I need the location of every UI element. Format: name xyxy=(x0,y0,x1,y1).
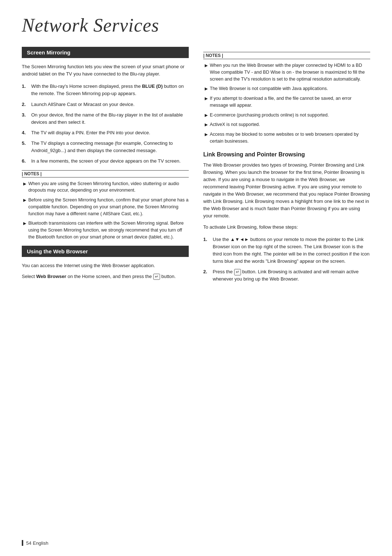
right-note-3: ▶ If you attempt to download a file, and… xyxy=(203,95,370,109)
page-footer: 54 English xyxy=(22,540,48,546)
right-notes-box: | NOTES | ▶ When you run the Web Browser… xyxy=(203,52,370,145)
step-6-num: 6. xyxy=(22,158,28,165)
link-browsing-title: Link Browsing and Pointer Browsing xyxy=(203,151,370,158)
right-note-4: ▶ E-commerce (purchasing products online… xyxy=(203,112,370,119)
web-browser-header: Using the Web Browser xyxy=(22,246,189,257)
web-browser-body: You can access the Internet using the We… xyxy=(22,262,189,280)
link-browsing-steps: 1. Use the ▲▼◄► buttons on your remote t… xyxy=(203,236,370,283)
screen-mirroring-notes-list: ▶ When you are using the Screen Mirrorin… xyxy=(22,180,189,241)
link-step-1-num: 1. xyxy=(203,236,210,265)
right-bullet-3: ▶ xyxy=(205,95,208,109)
note-item-3: ▶ Bluetooth transmissions can interfere … xyxy=(22,220,189,240)
screen-mirroring-notes: | NOTES | ▶ When you are using the Scree… xyxy=(22,170,189,241)
right-note-5: ▶ ActiveX is not supported. xyxy=(203,121,370,128)
step-3-text: On your device, find the name of the Blu… xyxy=(31,111,189,126)
note-item-2: ▶ Before using the Screen Mirroring func… xyxy=(22,197,189,217)
right-note-2: ▶ The Web Browser is not compatible with… xyxy=(203,85,370,92)
right-bullet-5: ▶ xyxy=(205,122,208,128)
step-4: 4. The TV will display a PIN. Enter the … xyxy=(22,129,189,136)
footer-bar xyxy=(22,540,23,546)
left-column: Screen Mirroring The Screen Mirroring fu… xyxy=(22,47,189,288)
note-item-1: ▶ When you are using the Screen Mirrorin… xyxy=(22,180,189,194)
enter-icon-1: ↵ xyxy=(153,274,160,280)
link-step-1-text: Use the ▲▼◄► buttons on your remote to m… xyxy=(213,236,370,265)
bullet-3: ▶ xyxy=(23,220,26,240)
step-6: 6. In a few moments, the screen of your … xyxy=(22,158,189,165)
link-step-2-num: 2. xyxy=(203,268,210,283)
screen-mirroring-header: Screen Mirroring xyxy=(22,47,189,58)
right-note-1: ▶ When you run the Web Browser with the … xyxy=(203,62,370,82)
footer-lang: English xyxy=(33,540,48,546)
right-notes-list: ▶ When you run the Web Browser with the … xyxy=(203,62,370,145)
footer-page-number: 54 xyxy=(26,540,31,546)
link-browsing-body: The Web Browser provides two types of br… xyxy=(203,162,370,231)
step-5: 5. The TV displays a connecting message … xyxy=(22,140,189,154)
step-3: 3. On your device, find the name of the … xyxy=(22,111,189,126)
step-3-num: 3. xyxy=(22,111,28,126)
step-1-text: With the Blu-ray's Home screen displayed… xyxy=(31,83,189,97)
screen-mirroring-steps: 1. With the Blu-ray's Home screen displa… xyxy=(22,83,189,165)
enter-icon-2: ↵ xyxy=(234,269,241,275)
bullet-1: ▶ xyxy=(23,181,26,194)
link-step-2-text: Press the ↵ button. Link Browsing is act… xyxy=(213,268,370,283)
step-2-text: Launch AllShare Cast or Miracast on your… xyxy=(31,101,135,108)
right-bullet-4: ▶ xyxy=(205,112,208,119)
web-browser-select-text: Select Web Browser on the Home screen, a… xyxy=(22,273,189,280)
right-note-6: ▶ Access may be blocked to some websites… xyxy=(203,131,370,145)
right-bullet-2: ▶ xyxy=(205,86,208,92)
step-6-text: In a few moments, the screen of your dev… xyxy=(31,158,181,165)
step-2-num: 2. xyxy=(22,101,28,108)
step-1: 1. With the Blu-ray's Home screen displa… xyxy=(22,83,189,97)
right-bullet-1: ▶ xyxy=(205,62,208,82)
step-5-text: The TV displays a connecting message (fo… xyxy=(31,140,189,154)
notes-label-1: | NOTES | xyxy=(22,170,189,177)
page-title: Network Services xyxy=(22,15,370,36)
right-column: | NOTES | ▶ When you run the Web Browser… xyxy=(203,47,370,288)
link-step-2: 2. Press the ↵ button. Link Browsing is … xyxy=(203,268,370,283)
right-bullet-6: ▶ xyxy=(205,131,208,145)
step-5-num: 5. xyxy=(22,140,28,154)
two-column-layout: Screen Mirroring The Screen Mirroring fu… xyxy=(22,47,370,288)
step-2: 2. Launch AllShare Cast or Miracast on y… xyxy=(22,101,189,108)
page-container: Network Services Screen Mirroring The Sc… xyxy=(0,0,392,310)
step-4-text: The TV will display a PIN. Enter the PIN… xyxy=(31,129,150,136)
link-step-1: 1. Use the ▲▼◄► buttons on your remote t… xyxy=(203,236,370,265)
step-4-num: 4. xyxy=(22,129,28,136)
step-1-num: 1. xyxy=(22,83,28,97)
bullet-2: ▶ xyxy=(23,197,26,217)
notes-label-2: | NOTES | xyxy=(203,52,370,59)
screen-mirroring-intro: The Screen Mirroring function lets you v… xyxy=(22,63,189,78)
